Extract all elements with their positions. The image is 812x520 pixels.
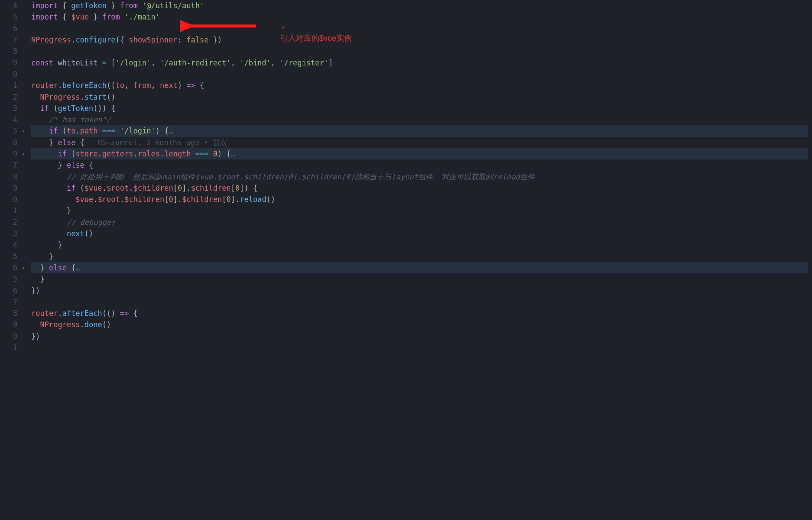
code-token: whiteList: [58, 58, 97, 67]
code-line[interactable]: router.beforeEach((to, from, next) => {: [31, 80, 812, 91]
line-number: 8: [0, 46, 17, 57]
code-line[interactable]: }): [31, 331, 812, 342]
line-number: 8: [0, 171, 17, 182]
line-number: 6: [0, 285, 17, 296]
code-line[interactable]: if (getToken()) {: [31, 103, 812, 114]
code-line[interactable]: if (store.getters.roles.length === 0) {…: [31, 148, 812, 159]
line-number: 2: [0, 217, 17, 228]
code-token: if: [67, 184, 75, 192]
code-line[interactable]: $vue.$root.$children[0].$children[0].rel…: [31, 194, 812, 205]
code-token: .: [102, 184, 107, 192]
code-token: .: [58, 309, 62, 318]
code-line[interactable]: NProgress.start(): [31, 91, 812, 102]
code-line[interactable]: }: [31, 273, 812, 285]
code-token: [: [222, 195, 226, 204]
code-line[interactable]: }): [31, 285, 812, 296]
code-token: }: [49, 252, 53, 261]
code-editor[interactable]: 456789012345›89›7890123456›5678901 impor…: [0, 0, 812, 520]
code-token: import: [31, 1, 58, 10]
code-line[interactable]: [31, 68, 812, 80]
code-token: }: [89, 13, 102, 21]
code-token: afterEach: [62, 309, 102, 318]
code-line[interactable]: }: [31, 239, 812, 250]
line-number: 2: [0, 91, 17, 102]
code-token: (): [84, 229, 93, 238]
code-line[interactable]: [31, 46, 812, 57]
line-number: 7: [0, 296, 17, 308]
code-line[interactable]: // debugger: [31, 217, 812, 228]
code-token: '/login': [120, 127, 156, 135]
code-token: router: [31, 81, 58, 90]
line-number: 8: [0, 137, 17, 148]
code-line[interactable]: import { getToken } from '@/utils/auth': [31, 0, 812, 11]
code-token: }: [107, 1, 120, 10]
code-line[interactable]: } else {: [31, 159, 812, 171]
code-token: configure: [75, 36, 115, 44]
code-line[interactable]: next(): [31, 228, 812, 239]
code-token: else: [49, 263, 67, 272]
code-token: NProgress: [40, 93, 80, 101]
line-number: 5›: [0, 125, 17, 136]
code-token: [138, 1, 142, 10]
code-token: {: [58, 1, 71, 10]
code-token: .: [75, 127, 80, 135]
code-token: import: [31, 13, 58, 21]
line-number: 0: [0, 194, 17, 205]
code-token: '/login': [116, 58, 151, 67]
code-token: next: [160, 81, 178, 90]
code-token: ,: [271, 58, 279, 67]
code-token: ,: [151, 81, 159, 90]
code-line[interactable]: } else {…: [31, 262, 812, 273]
code-token: (): [107, 93, 115, 101]
code-token: ((): [102, 309, 120, 318]
code-line[interactable]: router.afterEach(() => {: [31, 308, 812, 319]
code-line[interactable]: }: [31, 205, 812, 216]
code-token: ===: [195, 150, 209, 158]
code-line[interactable]: [31, 23, 812, 34]
code-token: ) {: [218, 150, 231, 158]
code-token: .: [98, 150, 102, 158]
code-token: {: [129, 309, 137, 318]
code-token: getToken: [58, 104, 93, 113]
code-token: …: [231, 150, 235, 158]
line-number: 0: [0, 331, 17, 342]
code-token: {: [75, 138, 84, 147]
code-line[interactable]: if (to.path === '/login') {…: [31, 125, 812, 136]
code-token: reload: [240, 195, 266, 204]
code-line[interactable]: }: [31, 251, 812, 262]
code-token: .: [80, 320, 84, 329]
code-line[interactable]: [31, 342, 812, 353]
code-token: if: [49, 127, 58, 135]
code-token: else: [58, 138, 75, 147]
code-token: if: [40, 104, 49, 113]
code-line[interactable]: // 此处用于判断 然后刷新main组件$vue.$root.$children…: [31, 171, 812, 182]
code-line[interactable]: [31, 296, 812, 308]
code-token: path: [80, 127, 98, 135]
code-token: [120, 13, 124, 21]
code-area[interactable]: import { getToken } from '@/utils/auth'i…: [21, 0, 812, 520]
code-line[interactable]: if ($vue.$root.$children[0].$children[0]…: [31, 182, 812, 194]
code-token: =: [102, 58, 107, 67]
code-token: ]: [328, 58, 333, 67]
git-blame-annotation: HS-sunrui, 2 months ago • 首次: [97, 138, 227, 147]
code-line[interactable]: NProgress.done(): [31, 319, 812, 330]
code-line[interactable]: import { $vue } from './main': [31, 11, 812, 23]
code-token: $root: [98, 195, 120, 204]
code-token: .: [80, 93, 84, 101]
line-number: 4: [0, 114, 17, 125]
code-token: $root: [107, 184, 129, 192]
code-line[interactable]: /* has token*/: [31, 114, 812, 125]
code-token: (: [49, 104, 58, 113]
code-token: [98, 58, 102, 67]
code-token: next: [67, 229, 84, 238]
code-token: ) {: [156, 127, 169, 135]
code-line[interactable]: const whiteList = ['/login', '/auth-redi…: [31, 57, 812, 68]
code-token: }: [49, 138, 58, 147]
code-token: (: [67, 150, 75, 158]
code-line[interactable]: } else {HS-sunrui, 2 months ago • 首次: [31, 137, 812, 148]
line-number: 9: [0, 319, 17, 330]
code-token: [: [173, 184, 178, 192]
code-line[interactable]: NProgress.configure({ showSpinner: false…: [31, 34, 812, 46]
code-token: .: [58, 81, 62, 90]
code-token: .: [160, 150, 164, 158]
